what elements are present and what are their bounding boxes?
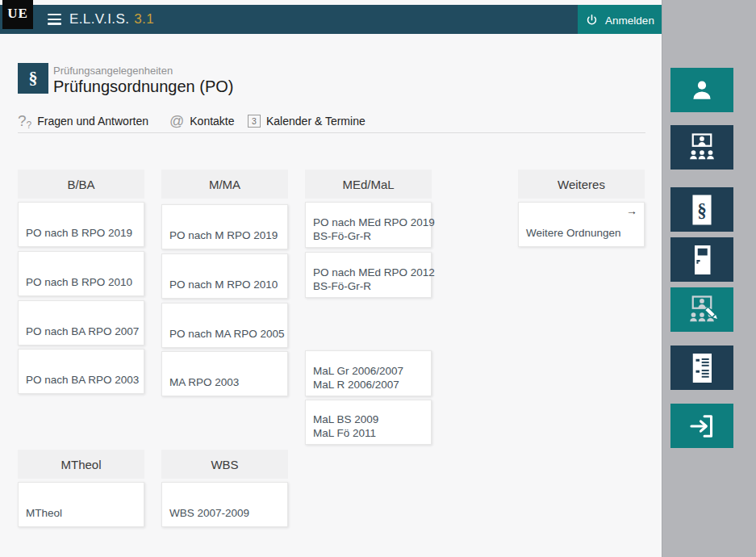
column-header-mtheol: MTheol (18, 450, 144, 479)
calendar-icon: 3 (248, 115, 261, 128)
power-icon (585, 14, 599, 27)
app-title-text: E.L.V.I.S. (69, 11, 129, 27)
card-label: PO nach BA RPO 2003 (26, 374, 139, 386)
card-label: MTheol (26, 507, 62, 519)
paragraph-icon: § (18, 63, 48, 94)
card-label: PO nach MEd RPO 2019BS-Fö-Gr-R (313, 216, 435, 243)
column-header-b-ba: B/BA (18, 170, 144, 199)
po-card[interactable]: PO nach MA RPO 2005 (161, 303, 288, 348)
column-header-wbs: WBS (161, 450, 288, 479)
quicklink-label: Kalender & Termine (266, 115, 365, 128)
paragraph-doc-icon: § (688, 194, 716, 226)
quicklink-kontakte[interactable]: @ Kontakte (169, 111, 235, 131)
card-label: Weitere Ordnungen (526, 227, 621, 239)
po-card[interactable]: WBS 2007-2009 (161, 482, 288, 527)
at-icon: @ (169, 114, 184, 128)
calendar-badge: 3 (252, 116, 257, 126)
card-label: MaL BS 2009MaL Fö 2011 (313, 413, 378, 440)
app-title: E.L.V.I.S.3.1 (69, 11, 154, 27)
card-label: MA RPO 2003 (169, 376, 239, 388)
card-label: PO nach BA RPO 2007 (26, 325, 139, 337)
column-header-m-ma: M/MA (161, 170, 288, 199)
card-label: PO nach MA RPO 2005 (169, 328, 285, 340)
po-card[interactable]: PO nach MEd RPO 2019BS-Fö-Gr-R (305, 202, 432, 248)
divider (18, 132, 645, 133)
main-content: § Prüfungsangelegenheiten Prüfungsordnun… (0, 34, 662, 557)
quicklink-faq[interactable]: ?? Fragen und Antworten (18, 111, 148, 131)
right-sidebar: § (662, 0, 756, 557)
column-header-med-mal: MEd/MaL (305, 170, 432, 199)
sidebar-button-edit-meeting[interactable] (670, 287, 733, 332)
po-card[interactable]: MaL Gr 2006/2007MaL R 2006/2007 (305, 350, 432, 396)
report-icon (687, 352, 716, 384)
sidebar-button-paragraph[interactable]: § (670, 187, 733, 232)
column-header-weiteres: Weiteres (518, 170, 645, 199)
card-label: MaL Gr 2006/2007MaL R 2006/2007 (313, 365, 403, 392)
quicklink-label: Kontakte (190, 115, 234, 128)
sidebar-button-report[interactable] (670, 346, 733, 390)
quicklink-kalender[interactable]: 3 Kalender & Termine (248, 111, 365, 131)
page-eyebrow: Prüfungsangelegenheiten (53, 65, 173, 77)
po-card[interactable]: PO nach B RPO 2019 (18, 202, 144, 247)
edit-meeting-icon (685, 295, 719, 325)
hamburger-icon[interactable] (48, 14, 61, 27)
question-icon: ?? (18, 113, 31, 130)
svg-text:§: § (697, 199, 707, 220)
po-card[interactable]: PO nach M RPO 2010 (161, 253, 288, 299)
meeting-icon (685, 132, 719, 163)
po-card[interactable]: MA RPO 2003 (161, 351, 288, 396)
po-card[interactable]: MaL BS 2009MaL Fö 2011 (305, 400, 432, 445)
card-label: WBS 2007-2009 (169, 507, 249, 519)
card-label: PO nach M RPO 2010 (169, 278, 278, 291)
door-icon (687, 244, 716, 276)
po-card[interactable]: MTheol (18, 482, 144, 527)
user-icon (688, 77, 716, 104)
card-label: PO nach MEd RPO 2012BS-Fö-Gr-R (313, 266, 435, 293)
page-title: Prüfungsordnungen (PO) (53, 77, 233, 96)
sidebar-button-door[interactable] (670, 237, 733, 282)
ue-logo[interactable]: UE (2, 0, 33, 29)
po-card[interactable]: → Weitere Ordnungen (518, 202, 645, 247)
po-card[interactable]: PO nach MEd RPO 2012BS-Fö-Gr-R (305, 252, 432, 298)
po-card[interactable]: PO nach BA RPO 2007 (18, 300, 144, 346)
po-card[interactable]: PO nach M RPO 2019 (161, 204, 288, 249)
arrow-icon: → (626, 204, 637, 217)
po-card[interactable]: PO nach BA RPO 2003 (18, 349, 144, 394)
sidebar-button-user[interactable] (670, 68, 733, 112)
app-version: 3.1 (134, 11, 154, 27)
login-icon (686, 410, 718, 442)
login-button[interactable]: Anmelden (578, 5, 662, 36)
card-label: PO nach M RPO 2019 (169, 229, 278, 241)
quicklink-label: Fragen und Antworten (37, 115, 148, 128)
login-label: Anmelden (605, 15, 654, 27)
card-label: PO nach B RPO 2010 (26, 276, 132, 288)
sidebar-button-meeting[interactable] (670, 125, 733, 170)
po-card[interactable]: PO nach B RPO 2010 (18, 251, 144, 296)
card-label: PO nach B RPO 2019 (26, 227, 132, 239)
sidebar-button-login[interactable] (670, 404, 733, 448)
top-bar: E.L.V.I.S.3.1 (0, 5, 662, 34)
